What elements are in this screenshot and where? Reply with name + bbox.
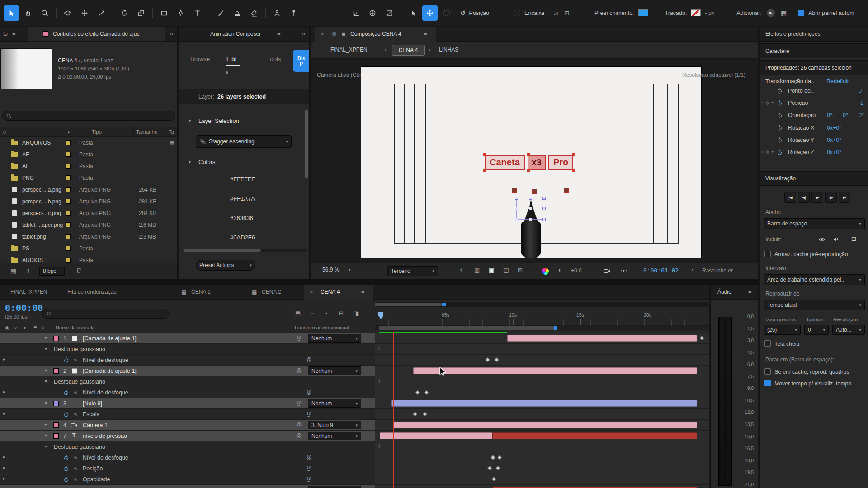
graph-expand-icon[interactable]: ▸ — [3, 455, 5, 459]
layer-color-swatch[interactable] — [53, 368, 59, 374]
project-search-input[interactable] — [2, 111, 175, 121]
layer-color-swatch[interactable] — [53, 401, 59, 406]
effects-presets-panel-header[interactable]: Efeitos e predefinições — [760, 27, 868, 42]
color-item[interactable]: #363636 — [230, 215, 253, 221]
layer-row[interactable]: ▾2[Camada de ajuste 1]@Nenhum▾ — [0, 366, 710, 376]
label-color[interactable] — [66, 258, 71, 263]
comp-flowchart-icon[interactable]: ▤ — [295, 310, 301, 317]
comp-canvas[interactable]: Caneta x3 Pro — [361, 67, 701, 258]
draft-3d-icon[interactable]: ≣ — [310, 310, 315, 317]
property-name[interactable]: Posição — [83, 465, 103, 472]
expand-icon[interactable]: ▾ — [45, 433, 47, 438]
vertical-scrollbar-thumb[interactable] — [305, 110, 308, 178]
selection-tool[interactable] — [4, 5, 19, 21]
cache-play-checkbox[interactable] — [764, 368, 771, 375]
layer-bar[interactable] — [413, 367, 697, 374]
breadcrumb-current[interactable]: CENA 4 — [392, 45, 425, 56]
parent-dropdown[interactable]: 3. Nulo 9▾ — [308, 421, 361, 429]
gizmo-handle[interactable] — [515, 218, 518, 221]
next-keyframe-icon[interactable]: ▸ — [772, 100, 774, 104]
discover-button[interactable]: Dis P — [293, 50, 309, 72]
parent-dropdown[interactable]: Nenhum▾ — [308, 399, 361, 408]
effect-name[interactable]: Desfoque gaussiano — [54, 379, 105, 385]
cache-checkbox[interactable] — [764, 251, 771, 257]
region-of-interest-icon[interactable]: ▣ — [489, 267, 494, 273]
thumbnails-icon[interactable]: ▦ — [10, 267, 16, 275]
play-from-dropdown[interactable]: Tempo atual▾ — [764, 300, 865, 310]
property-value[interactable]: 0 — [859, 88, 862, 94]
label-color[interactable] — [66, 246, 71, 251]
project-row[interactable]: perspec-...a.pngArquivo PNG264 KB — [0, 184, 177, 196]
edit-menu-icon[interactable]: ≡ — [226, 70, 228, 75]
label-color[interactable] — [66, 211, 71, 216]
gizmo-rotate-icon[interactable]: ↺ — [460, 9, 466, 17]
stopwatch-icon[interactable] — [777, 88, 782, 94]
stroke-color-swatch[interactable] — [691, 9, 701, 16]
puppet-pin-tool[interactable] — [286, 5, 302, 21]
graph-expand-icon[interactable]: ▸ — [3, 465, 5, 470]
anchor-square[interactable] — [512, 188, 517, 193]
zoom-value[interactable]: 56,9 % — [322, 267, 339, 273]
graph-expand-icon[interactable]: ▸ — [3, 476, 5, 481]
skip-dropdown[interactable]: 0▾ — [804, 325, 829, 335]
dolly-camera-tool[interactable] — [94, 5, 109, 21]
color-item[interactable]: #FFFFFF — [230, 176, 255, 183]
layer-name[interactable]: Câmera 1 — [83, 422, 108, 428]
frame-rate-dropdown[interactable]: (25)▾ — [764, 325, 801, 335]
pick-whip-icon[interactable]: @ — [296, 335, 302, 341]
selection-handle[interactable] — [527, 169, 530, 172]
menu-icon[interactable]: ≡ — [277, 30, 281, 37]
lock-icon[interactable] — [341, 31, 346, 37]
prev-keyframe-icon[interactable]: ‹ — [762, 150, 763, 154]
guides-icon[interactable]: ◫ — [503, 267, 509, 273]
preset-actions-button[interactable]: Preset Actions ▾ — [196, 260, 255, 271]
preview-panel-header[interactable]: Visualização — [760, 171, 868, 186]
viewer-timecode[interactable]: 0:00:01:02 — [643, 267, 679, 274]
layer-bar-red[interactable] — [492, 432, 697, 439]
layer-color-swatch[interactable] — [53, 336, 59, 341]
property-row[interactable]: ▸∿Escala@ — [0, 409, 710, 420]
label-color[interactable] — [66, 187, 71, 192]
expand-icon[interactable]: ▾ — [45, 335, 47, 340]
keyframe-icon[interactable] — [492, 477, 496, 482]
rotation-tool[interactable] — [117, 5, 132, 21]
stroke-label[interactable]: Traçado: — [665, 10, 687, 16]
time-ruler[interactable]: 0s 05s 10s 15s 20s — [375, 311, 710, 326]
zoom-thumb-handle[interactable] — [442, 303, 446, 306]
project-row[interactable]: AEPasta — [0, 149, 177, 160]
property-row[interactable]: ▸∿Posição@ — [0, 463, 710, 474]
keyframe-icon[interactable] — [496, 466, 500, 471]
grid-icon[interactable]: ⊞ — [518, 267, 523, 273]
keyframe-icon[interactable] — [423, 412, 427, 417]
snap-frame-icon[interactable]: ⊡ — [564, 9, 570, 17]
tab-render-queue[interactable]: Fila de renderização — [67, 289, 117, 295]
selection-gizmo-tool[interactable] — [406, 5, 421, 21]
stopwatch-icon[interactable] — [777, 125, 782, 131]
horizontal-scrollbar-track[interactable] — [182, 249, 306, 252]
work-area-end-handle[interactable] — [554, 326, 557, 330]
pick-whip-icon[interactable]: @ — [306, 389, 311, 395]
stopwatch-icon[interactable] — [777, 150, 782, 155]
horizontal-scrollbar-thumb[interactable] — [183, 249, 261, 252]
layer-row[interactable]: ▾7Tníveis de pressão@Nenhum▾ — [0, 431, 710, 441]
include-video-icon[interactable] — [819, 237, 825, 242]
stopwatch-icon[interactable] — [777, 100, 782, 106]
label-color[interactable] — [66, 199, 71, 204]
layer-row[interactable]: ▸8T16.385@10. Camada...▾ — [0, 485, 710, 488]
fast-previews-icon[interactable]: ◔ — [690, 267, 694, 273]
import-icon[interactable]: ⇑ — [26, 267, 31, 275]
property-row[interactable]: ▸∿Nível de desfoque@ — [0, 387, 710, 398]
expand-icon[interactable]: ▾ — [45, 368, 47, 373]
property-value[interactable]: 0°, — [827, 112, 834, 118]
tab-audio[interactable]: Áudio — [717, 289, 731, 295]
selection-handle[interactable] — [483, 169, 486, 172]
selection-handle[interactable] — [483, 153, 486, 156]
property-row[interactable]: Rotação Y 0x+0° — [760, 135, 868, 146]
layer-color-swatch[interactable] — [53, 422, 59, 428]
pick-whip-icon[interactable]: @ — [306, 465, 311, 471]
range-dropdown[interactable]: Área de trabalho estendida pel..▾ — [764, 274, 865, 285]
property-row[interactable]: ‹ ▸ Rotação Z 0x+0° — [760, 147, 868, 159]
tab-cena-4-active[interactable]: × CENA 4 ≡ — [304, 285, 373, 300]
selection-handle[interactable] — [572, 169, 575, 172]
work-area-track[interactable] — [375, 326, 710, 330]
